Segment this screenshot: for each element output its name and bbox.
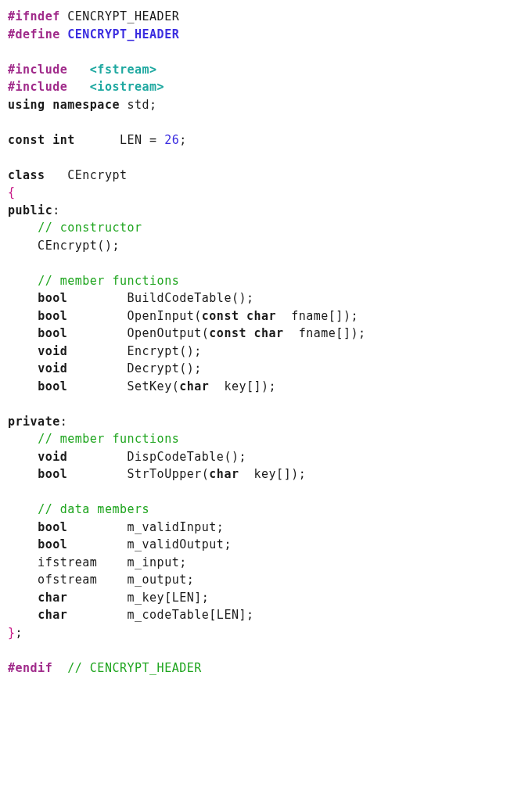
code-token: Encrypt(); (67, 344, 202, 358)
code-token (8, 291, 38, 305)
code-token: ; (16, 626, 23, 640)
code-token: key[]); (209, 379, 276, 393)
code-line: }; (8, 624, 524, 642)
code-line: void Decrypt(); (8, 360, 524, 378)
code-token: ifstream m_input; (8, 555, 187, 569)
code-token (8, 591, 38, 605)
code-line: bool m_validOutput; (8, 536, 524, 554)
code-token: CEncrypt (45, 168, 128, 182)
code-token (8, 274, 38, 288)
code-token: SetKey( (67, 379, 179, 393)
code-line: ifstream m_input; (8, 554, 524, 572)
code-token (8, 520, 38, 534)
code-line: bool BuildCodeTable(); (8, 289, 524, 307)
code-token: } (8, 626, 16, 640)
code-line: // constructor (8, 219, 524, 237)
code-token: void (38, 450, 67, 464)
code-token (8, 502, 38, 516)
code-line: bool m_validInput; (8, 519, 524, 537)
code-line (8, 395, 524, 413)
code-token: #include (8, 80, 90, 94)
code-token: bool (38, 520, 67, 534)
code-token: fname[]); (284, 326, 366, 340)
code-token: bool (38, 379, 67, 393)
code-line: bool OpenInput(const char fname[]); (8, 307, 524, 325)
code-line: #define CENCRYPT_HEADER (8, 26, 524, 44)
code-token (8, 326, 38, 340)
code-token: CENCRYPT_HEADER (67, 9, 179, 23)
code-token: using namespace (8, 98, 128, 112)
code-line (8, 113, 524, 131)
code-token: DispCodeTable(); (67, 450, 246, 464)
code-token (8, 344, 38, 358)
code-token: char (209, 467, 239, 481)
code-line: { (8, 184, 524, 202)
code-token (8, 221, 38, 235)
code-token: private (8, 415, 60, 429)
code-token: // member functions (38, 432, 179, 446)
code-token: // CENCRYPT_HEADER (67, 661, 202, 675)
code-token: m_validInput; (67, 520, 224, 534)
code-line (8, 43, 524, 61)
code-line (8, 149, 524, 167)
code-token: Decrypt(); (67, 361, 202, 375)
code-token: std; (128, 98, 157, 112)
code-line: class CEncrypt (8, 167, 524, 185)
code-line: bool SetKey(char key[]); (8, 378, 524, 396)
code-token (8, 379, 38, 393)
code-token: #include (8, 63, 90, 77)
code-line: bool OpenOutput(const char fname[]); (8, 325, 524, 343)
code-line: // member functions (8, 430, 524, 448)
code-token: // data members (38, 502, 149, 516)
code-token (8, 432, 38, 446)
code-line: void DispCodeTable(); (8, 448, 524, 466)
code-token: bool (38, 291, 67, 305)
code-token: CENCRYPT_HEADER (67, 27, 179, 41)
code-token (8, 309, 38, 323)
code-token (8, 537, 38, 551)
code-token: <iostream> (90, 80, 164, 94)
code-token: bool (38, 326, 67, 340)
code-token: bool (38, 467, 67, 481)
code-token: char (179, 379, 209, 393)
code-token: { (8, 185, 16, 199)
code-token: BuildCodeTable(); (67, 291, 253, 305)
code-token (8, 467, 38, 481)
code-block: #ifndef CENCRYPT_HEADER#define CENCRYPT_… (8, 8, 524, 677)
code-token: ; (179, 133, 187, 147)
code-line (8, 641, 524, 659)
code-token: ofstream m_output; (8, 573, 194, 587)
code-line: public: (8, 202, 524, 220)
code-token: void (38, 361, 67, 375)
code-token (8, 608, 38, 622)
code-line: private: (8, 413, 524, 431)
code-token (8, 450, 38, 464)
code-token: bool (38, 309, 67, 323)
code-line (8, 254, 524, 272)
code-token: OpenInput( (67, 309, 202, 323)
code-line: using namespace std; (8, 96, 524, 114)
code-token: 26 (164, 133, 179, 147)
code-token: char (38, 608, 67, 622)
code-token: key[]); (239, 467, 306, 481)
code-token: class (8, 168, 45, 182)
code-line: #ifndef CENCRYPT_HEADER (8, 8, 524, 26)
code-line: #endif // CENCRYPT_HEADER (8, 659, 524, 677)
code-token: public (8, 203, 52, 217)
code-token: // constructor (38, 221, 142, 235)
code-token: char (38, 591, 67, 605)
code-token: const int (8, 133, 75, 147)
code-token: #ifndef (8, 9, 67, 23)
code-token: void (38, 344, 67, 358)
code-token: : (52, 203, 60, 217)
code-token: fname[]); (276, 309, 358, 323)
code-token: #define (8, 27, 67, 41)
code-token: m_codeTable[LEN]; (67, 608, 253, 622)
code-token (52, 661, 67, 675)
code-line (8, 483, 524, 501)
code-token: CEncrypt(); (8, 239, 120, 253)
code-token: m_validOutput; (67, 537, 232, 551)
code-token: // member functions (38, 274, 179, 288)
code-token: <fstream> (90, 63, 157, 77)
code-token: const char (209, 326, 283, 340)
